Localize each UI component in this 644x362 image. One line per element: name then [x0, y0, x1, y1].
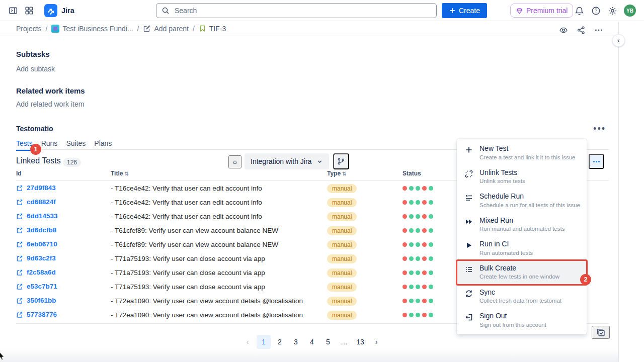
- breadcrumb-project[interactable]: Test iBusiness Fundi...: [51, 25, 133, 33]
- menu-item-unlink-tests[interactable]: Unlink TestsUnlink some tests: [457, 165, 587, 189]
- status-dot-pass: [429, 214, 433, 219]
- collapse-panel-button[interactable]: [612, 34, 625, 47]
- jira-home-link[interactable]: Jira: [44, 4, 74, 17]
- jira-logo-icon: [44, 4, 57, 17]
- bulk-check-icon[interactable]: [592, 326, 610, 339]
- pagination-page-2[interactable]: 2: [273, 335, 287, 349]
- status-dot-pass: [416, 313, 420, 317]
- status-dot-pass: [416, 256, 420, 261]
- status-dots: [403, 270, 433, 275]
- home-icon[interactable]: [228, 155, 242, 168]
- menu-item-sign-out[interactable]: Sign OutSign out from this account: [457, 308, 587, 332]
- status-dot-fail: [403, 299, 407, 303]
- status-dots: [403, 186, 433, 191]
- column-header-title[interactable]: Title⇅: [111, 170, 129, 177]
- status-dot-pass: [409, 214, 414, 219]
- jira-issue-page: Jira Create Premium trial: [0, 0, 644, 362]
- menu-item-subtitle: Create a test and link it it to this iss…: [479, 153, 575, 161]
- type-badge: manual: [327, 297, 357, 306]
- test-id-link[interactable]: e53c7b71: [16, 283, 57, 290]
- menu-item-mixed-run[interactable]: Mixed RunRun manual and automated tests: [457, 213, 587, 237]
- status-dot-pass: [409, 270, 414, 275]
- global-search[interactable]: [156, 3, 437, 18]
- user-avatar[interactable]: YB: [624, 5, 636, 17]
- share-icon[interactable]: [573, 22, 589, 38]
- pagination-page-1[interactable]: 1: [257, 335, 271, 349]
- watch-icon[interactable]: [555, 22, 572, 38]
- test-id-link[interactable]: cd68824f: [16, 198, 56, 206]
- status-dot-fail: [403, 256, 407, 261]
- status-dots: [403, 200, 433, 205]
- test-id-link[interactable]: 6dd14533: [16, 212, 58, 220]
- pagination-page-13[interactable]: 13: [353, 335, 367, 349]
- sidebar-toggle-icon[interactable]: [5, 3, 21, 19]
- pagination-page-5[interactable]: 5: [321, 335, 335, 349]
- status-dot-fail: [422, 242, 427, 247]
- status-dot-fail: [403, 313, 407, 317]
- test-type-cell: manual: [327, 296, 357, 306]
- app-name: Jira: [61, 7, 74, 15]
- test-type-cell: manual: [327, 268, 357, 278]
- menu-item-subtitle: Sign out from this account: [479, 321, 546, 329]
- project-avatar-icon: [51, 25, 59, 33]
- test-title: - T61cfef89: Verify user can view accoun…: [111, 227, 278, 234]
- test-id-link[interactable]: f2c58a6d: [16, 268, 56, 276]
- svg-text:?: ?: [594, 8, 597, 14]
- tab-plans[interactable]: Plans: [94, 139, 112, 150]
- type-badge: manual: [327, 184, 357, 193]
- menu-item-new-test[interactable]: New TestCreate a test and link it it to …: [457, 141, 587, 165]
- status-dots: [403, 256, 433, 261]
- test-id-link[interactable]: 27d9f843: [16, 184, 56, 192]
- breadcrumb-projects[interactable]: Projects: [16, 25, 42, 33]
- menu-item-schedule-run[interactable]: Schedule RunSchedule a run for all tests…: [457, 189, 587, 213]
- status-dot-fail: [403, 186, 407, 191]
- test-type-cell: manual: [327, 310, 357, 320]
- help-icon[interactable]: ?: [588, 3, 604, 19]
- testomatio-more-icon[interactable]: •••: [593, 124, 606, 134]
- app-switcher-icon[interactable]: [21, 3, 37, 19]
- add-related-item-button[interactable]: Add related work item: [16, 100, 84, 108]
- test-id-link[interactable]: 57738776: [16, 311, 57, 318]
- status-dot-pass: [429, 228, 433, 233]
- pagination-page-3[interactable]: 3: [289, 335, 303, 349]
- sync-icon: [465, 288, 473, 298]
- settings-gear-icon[interactable]: [604, 3, 620, 19]
- status-dot-fail: [422, 256, 427, 261]
- pagination-next[interactable]: ›: [369, 335, 383, 349]
- notifications-icon[interactable]: [571, 3, 587, 19]
- test-id-link[interactable]: 350f61bb: [16, 297, 56, 304]
- add-parent-button[interactable]: Add parent: [143, 25, 189, 33]
- chevron-down-icon: [316, 158, 323, 165]
- test-title: - T71a75193: Verify user can close accou…: [111, 283, 265, 291]
- status-dot-pass: [429, 200, 433, 205]
- status-dot-fail: [422, 285, 427, 289]
- git-branch-icon[interactable]: [333, 153, 349, 169]
- test-title: - T16ce4e42: Verify that user can edit a…: [111, 213, 262, 220]
- pagination-prev[interactable]: ‹: [240, 335, 255, 349]
- pagination-page-4[interactable]: 4: [305, 335, 319, 349]
- tab-runs[interactable]: Runs: [41, 139, 58, 150]
- create-button[interactable]: Create: [442, 3, 487, 18]
- more-actions-icon[interactable]: [591, 22, 607, 38]
- premium-trial-button[interactable]: Premium trial: [510, 4, 573, 18]
- menu-item-bulk-create[interactable]: Bulk CreateCreate few tests in one windo…: [457, 260, 587, 285]
- status-dot-pass: [416, 186, 420, 191]
- status-dot-pass: [409, 228, 414, 233]
- branch-select[interactable]: Integration with Jira: [245, 153, 329, 169]
- plus-icon: [449, 7, 456, 14]
- test-id-link[interactable]: 6eb06710: [16, 240, 57, 248]
- test-id-link[interactable]: 3d6dcfb8: [16, 226, 56, 234]
- status-dot-pass: [429, 186, 433, 191]
- test-id-link[interactable]: 9d63c2f3: [16, 254, 56, 262]
- test-title: - T16ce4e42: Verify that user can edit a…: [111, 185, 262, 192]
- linked-tests-more-button[interactable]: [589, 154, 604, 169]
- search-input[interactable]: [174, 6, 431, 15]
- status-dot-fail: [422, 228, 427, 233]
- sort-icon: ⇅: [342, 171, 346, 176]
- add-subtask-button[interactable]: Add subtask: [16, 65, 55, 73]
- breadcrumb-issue-key[interactable]: TIF-3: [199, 25, 226, 33]
- menu-item-run-in-ci[interactable]: Run in CIRun automated tests: [457, 236, 587, 260]
- tab-suites[interactable]: Suites: [66, 139, 86, 150]
- column-header-type[interactable]: Type⇅: [327, 170, 347, 177]
- menu-item-sync[interactable]: SyncCollect fresh data from testomat: [457, 285, 587, 309]
